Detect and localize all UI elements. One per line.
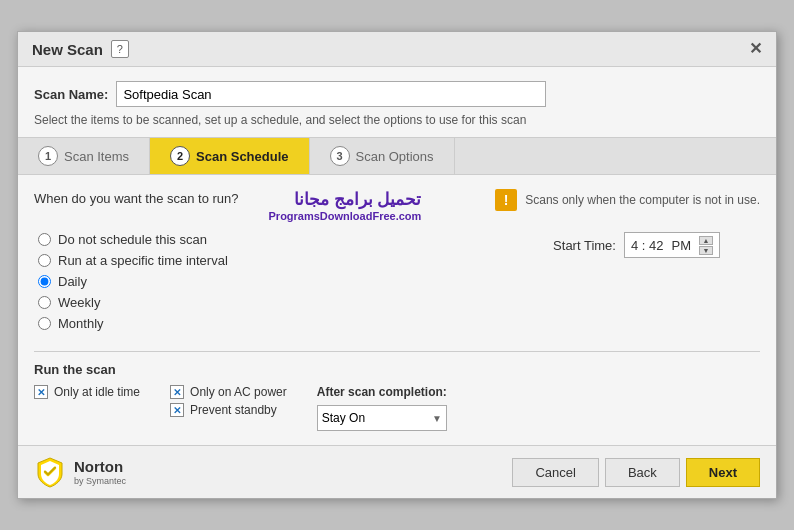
after-scan-value: Stay On xyxy=(322,411,365,425)
radio-no-schedule[interactable]: Do not schedule this scan xyxy=(38,232,387,247)
checkbox-ac-power-label: Only on AC power xyxy=(190,385,287,399)
time-hours: 4 : 42 xyxy=(631,238,664,253)
spinner-down[interactable]: ▼ xyxy=(699,246,713,255)
after-scan-select[interactable]: Stay On ▼ xyxy=(317,405,447,431)
scan-name-label: Scan Name: xyxy=(34,87,108,102)
radio-weekly[interactable]: Weekly xyxy=(38,295,387,310)
norton-shield-icon xyxy=(34,456,66,488)
tab-num-3: 3 xyxy=(330,146,350,166)
watermark-block: تحميل برامج مجانا ProgramsDownloadFree.c… xyxy=(269,189,422,222)
cancel-button[interactable]: Cancel xyxy=(512,458,598,487)
right-col: Start Time: 4 : 42 PM ▲ ▼ xyxy=(407,232,760,331)
when-row: When do you want the scan to run? تحميل … xyxy=(34,189,760,222)
help-button[interactable]: ? xyxy=(111,40,129,58)
run-scan-section: Run the scan ✕ Only at idle time ✕ Only … xyxy=(34,351,760,431)
radio-weekly-label: Weekly xyxy=(58,295,100,310)
scan-hint: Select the items to be scanned, set up a… xyxy=(18,113,776,137)
radio-specific-time-input[interactable] xyxy=(38,254,51,267)
run-scan-title: Run the scan xyxy=(34,362,760,377)
schedule-options: Do not schedule this scan Run at a speci… xyxy=(34,232,387,331)
spinner-up[interactable]: ▲ xyxy=(699,236,713,245)
content-area: When do you want the scan to run? تحميل … xyxy=(18,175,776,445)
checkbox-ac-power-box: ✕ xyxy=(170,385,184,399)
checkbox-idle-time-box: ✕ xyxy=(34,385,48,399)
tab-scan-options[interactable]: 3 Scan Options xyxy=(310,138,455,174)
watermark-line2: ProgramsDownloadFree.com xyxy=(269,210,422,222)
radio-weekly-input[interactable] xyxy=(38,296,51,309)
close-button[interactable]: ✕ xyxy=(749,41,762,57)
ac-options: ✕ Only on AC power ✕ Prevent standby xyxy=(170,385,287,417)
tab-scan-items[interactable]: 1 Scan Items xyxy=(18,138,150,174)
back-button[interactable]: Back xyxy=(605,458,680,487)
norton-text: Norton by Symantec xyxy=(74,458,126,487)
tab-scan-schedule[interactable]: 2 Scan Schedule xyxy=(150,138,309,174)
norton-sub: by Symantec xyxy=(74,476,126,487)
time-ampm: PM xyxy=(672,238,692,253)
title-bar: New Scan ? ✕ xyxy=(18,32,776,67)
radio-monthly[interactable]: Monthly xyxy=(38,316,387,331)
scan-name-input[interactable] xyxy=(116,81,546,107)
tab-label-3: Scan Options xyxy=(356,149,434,164)
norton-name: Norton xyxy=(74,458,126,476)
watermark-line1: تحميل برامج مجانا xyxy=(269,189,422,210)
title-bar-left: New Scan ? xyxy=(32,40,129,58)
tabs-row: 1 Scan Items 2 Scan Schedule 3 Scan Opti… xyxy=(18,137,776,175)
checkbox-prevent-standby-label: Prevent standby xyxy=(190,403,277,417)
run-scan-options: ✕ Only at idle time ✕ Only on AC power ✕… xyxy=(34,385,760,431)
scan-name-row: Scan Name: xyxy=(18,67,776,113)
tab-num-1: 1 xyxy=(38,146,58,166)
checkbox-ac-power[interactable]: ✕ Only on AC power xyxy=(170,385,287,399)
radio-specific-time-label: Run at a specific time interval xyxy=(58,253,228,268)
warning-icon: ! xyxy=(495,189,517,211)
tab-num-2: 2 xyxy=(170,146,190,166)
footer: Norton by Symantec Cancel Back Next xyxy=(18,445,776,498)
radio-daily-input[interactable] xyxy=(38,275,51,288)
warning-box: ! Scans only when the computer is not in… xyxy=(495,189,760,211)
footer-buttons: Cancel Back Next xyxy=(512,458,760,487)
checkbox-prevent-standby[interactable]: ✕ Prevent standby xyxy=(170,403,287,417)
radio-no-schedule-label: Do not schedule this scan xyxy=(58,232,207,247)
time-input[interactable]: 4 : 42 PM ▲ ▼ xyxy=(624,232,720,258)
select-arrow-icon: ▼ xyxy=(432,413,442,424)
after-scan-section: After scan completion: Stay On ▼ xyxy=(317,385,447,431)
checkbox-idle-time[interactable]: ✕ Only at idle time xyxy=(34,385,140,399)
checkbox-prevent-standby-box: ✕ xyxy=(170,403,184,417)
tab-label-1: Scan Items xyxy=(64,149,129,164)
radio-monthly-input[interactable] xyxy=(38,317,51,330)
main-two-col: Do not schedule this scan Run at a speci… xyxy=(34,232,760,331)
warning-text: Scans only when the computer is not in u… xyxy=(525,193,760,207)
when-label: When do you want the scan to run? xyxy=(34,189,239,206)
tab-label-2: Scan Schedule xyxy=(196,149,288,164)
radio-no-schedule-input[interactable] xyxy=(38,233,51,246)
dialog-title: New Scan xyxy=(32,41,103,58)
start-time-row: Start Time: 4 : 42 PM ▲ ▼ xyxy=(553,232,760,258)
new-scan-dialog: New Scan ? ✕ Scan Name: Select the items… xyxy=(17,31,777,499)
radio-daily-label: Daily xyxy=(58,274,87,289)
next-button[interactable]: Next xyxy=(686,458,760,487)
after-scan-label: After scan completion: xyxy=(317,385,447,399)
radio-specific-time[interactable]: Run at a specific time interval xyxy=(38,253,387,268)
checkbox-idle-time-label: Only at idle time xyxy=(54,385,140,399)
radio-daily[interactable]: Daily xyxy=(38,274,387,289)
left-col: Do not schedule this scan Run at a speci… xyxy=(34,232,387,331)
start-time-label: Start Time: xyxy=(553,238,616,253)
time-spinner: ▲ ▼ xyxy=(699,236,713,255)
norton-logo: Norton by Symantec xyxy=(34,456,126,488)
radio-monthly-label: Monthly xyxy=(58,316,104,331)
